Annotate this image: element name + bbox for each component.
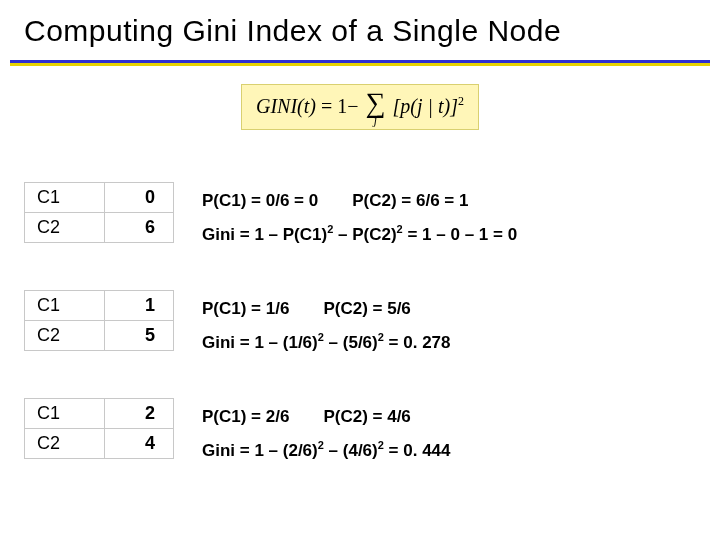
pc1-text: P(C1) = 0/6 = 0	[202, 191, 318, 210]
calc-block: P(C1) = 2/6P(C2) = 4/6 Gini = 1 – (2/6)2…	[202, 398, 451, 468]
example-row: C1 2 C2 4 P(C1) = 2/6P(C2) = 4/6 Gini = …	[24, 398, 696, 468]
page-title: Computing Gini Index of a Single Node	[0, 0, 720, 58]
class-value: 0	[105, 183, 174, 213]
gini-mid: – P(C2)	[333, 225, 396, 244]
class-label: C1	[25, 183, 105, 213]
table-row: C2 5	[25, 321, 174, 351]
pc2-text: P(C2) = 6/6 = 1	[352, 191, 468, 210]
gini-tail: = 1 – 0 – 1 = 0	[403, 225, 517, 244]
formula-bracket: [p(j | t)]	[393, 95, 459, 117]
table-row: C1 1	[25, 291, 174, 321]
gini-tail: = 0. 278	[384, 333, 451, 352]
gini-prefix: Gini = 1 – (2/6)	[202, 441, 318, 460]
formula-one-minus: 1−	[337, 95, 358, 117]
pc2-text: P(C2) = 5/6	[323, 299, 410, 318]
formula-lhs: GINI(t)	[256, 95, 316, 117]
pc2-text: P(C2) = 4/6	[323, 407, 410, 426]
class-label: C1	[25, 399, 105, 429]
pc1-text: P(C1) = 1/6	[202, 299, 289, 318]
table-row: C2 4	[25, 429, 174, 459]
class-value: 2	[105, 399, 174, 429]
title-underline	[10, 60, 710, 66]
class-value: 1	[105, 291, 174, 321]
class-value: 4	[105, 429, 174, 459]
formula-exp: 2	[458, 94, 464, 108]
gini-formula: GINI(t) = 1− ∑ j [p(j | t)]2	[241, 84, 479, 130]
calc-block: P(C1) = 1/6P(C2) = 5/6 Gini = 1 – (1/6)2…	[202, 290, 451, 360]
gini-tail: = 0. 444	[384, 441, 451, 460]
class-label: C2	[25, 213, 105, 243]
class-value: 5	[105, 321, 174, 351]
formula-eq: =	[321, 95, 332, 117]
gini-line: Gini = 1 – P(C1)2 – P(C2)2 = 1 – 0 – 1 =…	[202, 218, 517, 252]
example-row: C1 1 C2 5 P(C1) = 1/6P(C2) = 5/6 Gini = …	[24, 290, 696, 360]
gini-mid: – (4/6)	[324, 441, 378, 460]
gini-mid: – (5/6)	[324, 333, 378, 352]
example-row: C1 0 C2 6 P(C1) = 0/6 = 0P(C2) = 6/6 = 1…	[24, 182, 696, 252]
gini-line: Gini = 1 – (2/6)2 – (4/6)2 = 0. 444	[202, 434, 451, 468]
class-count-table: C1 0 C2 6	[24, 182, 174, 243]
class-count-table: C1 2 C2 4	[24, 398, 174, 459]
class-label: C2	[25, 321, 105, 351]
class-label: C2	[25, 429, 105, 459]
table-row: C1 0	[25, 183, 174, 213]
calc-block: P(C1) = 0/6 = 0P(C2) = 6/6 = 1 Gini = 1 …	[202, 182, 517, 252]
class-count-table: C1 1 C2 5	[24, 290, 174, 351]
table-row: C1 2	[25, 399, 174, 429]
gini-prefix: Gini = 1 – (1/6)	[202, 333, 318, 352]
gini-prefix: Gini = 1 – P(C1)	[202, 225, 327, 244]
sigma-icon: ∑ j	[366, 91, 386, 125]
table-row: C2 6	[25, 213, 174, 243]
pc1-text: P(C1) = 2/6	[202, 407, 289, 426]
class-label: C1	[25, 291, 105, 321]
class-value: 6	[105, 213, 174, 243]
gini-line: Gini = 1 – (1/6)2 – (5/6)2 = 0. 278	[202, 326, 451, 360]
